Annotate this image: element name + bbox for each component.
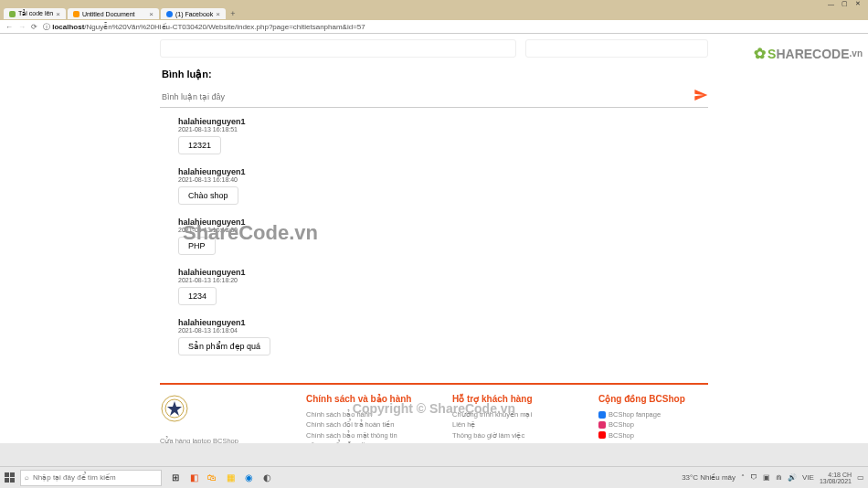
shop-logo: [160, 394, 189, 430]
edge-icon[interactable]: ◉: [242, 472, 255, 484]
comment-input[interactable]: [160, 90, 693, 103]
comment-body: PHP: [178, 237, 216, 255]
comment-list: halahieunguyen12021-08-13 16:18:5112321h…: [160, 117, 708, 355]
footer-link[interactable]: Vận chuyển lắp đặt: [306, 440, 434, 443]
browser-tabs: Tải code lên× Untitled Document× (1) Fac…: [0, 7, 868, 20]
comment-user: halahieunguyen1: [178, 217, 708, 227]
volume-icon[interactable]: 🔊: [788, 473, 797, 482]
comments-section: Bình luận: halahieunguyen12021-08-13 16:…: [160, 63, 708, 374]
youtube-icon: [598, 431, 606, 439]
refresh-button[interactable]: ⟳: [31, 23, 37, 31]
app-icon[interactable]: ◐: [260, 472, 273, 484]
language-indicator[interactable]: VIE: [802, 473, 814, 482]
tab-2[interactable]: Untitled Document×: [68, 8, 159, 19]
app-icon[interactable]: 🛍: [206, 472, 218, 484]
comment-user: halahieunguyen1: [178, 117, 708, 126]
footer-link[interactable]: Chương trình khuyến mại: [452, 409, 580, 419]
taskbar-clock[interactable]: 4:18 CH 13/08/2021: [820, 472, 852, 484]
weather-widget[interactable]: 33°C Nhiều mây: [682, 473, 736, 482]
comment-time: 2021-08-13 16:18:51: [178, 126, 708, 133]
comment-time: 2021-08-13 16:18:20: [178, 277, 708, 283]
wifi-icon[interactable]: ⋒: [776, 473, 782, 482]
svg-rect-5: [10, 478, 15, 483]
tray-icon[interactable]: ▣: [763, 473, 770, 482]
start-button[interactable]: [4, 472, 16, 484]
tab-favicon: [166, 11, 173, 17]
minimize-button[interactable]: —: [828, 1, 834, 7]
page-content: ✿ SHARECODE.vn ShareCode.vn Copyright © …: [0, 34, 868, 443]
comment-time: 2021-08-13 16:18:04: [178, 327, 708, 334]
comment-time: 2021-08-13 16:18:30: [178, 227, 708, 233]
footer-col-support: Hỗ trợ khách hàng Chương trình khuyến mạ…: [452, 394, 580, 443]
product-card-left: [160, 39, 516, 58]
gear-icon: ✿: [754, 45, 766, 62]
comment-item: halahieunguyen12021-08-13 16:18:30PHP: [178, 217, 708, 255]
comment-body: Chào shop: [178, 186, 238, 205]
tab-3[interactable]: (1) Facebook×: [161, 8, 226, 19]
taskbar: ⌕Nhập tại đây để tìm kiếm ⊞ ◧ 🛍 ▦ ◉ ◐ 33…: [0, 466, 868, 488]
back-button[interactable]: ←: [5, 23, 13, 31]
comment-body: Sản phẩm đẹp quá: [178, 337, 270, 355]
address-bar: ← → ⟳ ⓘ localhost/Nguyễn%20Văn%20Hiếu-CT…: [0, 20, 868, 34]
comment-item: halahieunguyen12021-08-13 16:18:40Chào s…: [178, 167, 708, 205]
svg-rect-2: [5, 472, 9, 477]
comment-user: halahieunguyen1: [178, 167, 708, 176]
comment-time: 2021-08-13 16:18:40: [178, 176, 708, 183]
url-field[interactable]: ⓘ localhost/Nguyễn%20Văn%20Hiếu-CT030420…: [43, 22, 863, 32]
comment-item: halahieunguyen12021-08-13 16:18:201234: [178, 268, 708, 305]
footer-col-policy: Chính sách và bảo hành Chính sách bảo hà…: [306, 394, 434, 443]
info-icon: ⓘ: [43, 23, 50, 31]
app-icon[interactable]: ◧: [187, 472, 200, 484]
tab-title: Untitled Document: [82, 11, 135, 17]
tab-1[interactable]: Tải code lên×: [4, 8, 66, 19]
taskbar-apps: ⊞ ◧ 🛍 ▦ ◉ ◐: [169, 472, 273, 484]
maximize-button[interactable]: ▢: [842, 0, 848, 7]
comment-item: halahieunguyen12021-08-13 16:18:5112321: [178, 117, 708, 154]
footer-link[interactable]: Chính sách bảo hành: [306, 409, 434, 419]
send-icon[interactable]: [693, 88, 708, 105]
taskbar-search[interactable]: ⌕Nhập tại đây để tìm kiếm: [20, 470, 162, 486]
footer-link[interactable]: Chính sách bảo mật thông tin: [306, 430, 434, 440]
task-view-icon[interactable]: ⊞: [169, 472, 182, 484]
footer: Cửa hàng laptop BCShop Địa chỉ:118 Minh …: [160, 383, 708, 443]
tray-icon[interactable]: ⛉: [750, 473, 757, 482]
svg-rect-4: [5, 478, 9, 483]
instagram-icon: [598, 421, 606, 429]
comments-title: Bình luận:: [160, 69, 708, 80]
tab-favicon: [9, 11, 16, 17]
tab-title: (1) Facebook: [175, 11, 213, 17]
comment-user: halahieunguyen1: [178, 268, 708, 277]
tab-title: Tải code lên: [18, 10, 53, 17]
sharecode-watermark: ✿ SHARECODE.vn: [754, 45, 863, 62]
app-icon[interactable]: ▦: [224, 472, 237, 484]
window-titlebar: — ▢ ✕: [0, 0, 868, 7]
footer-link[interactable]: Liên hệ: [452, 419, 580, 430]
comment-user: halahieunguyen1: [178, 318, 708, 327]
search-icon: ⌕: [25, 473, 29, 482]
footer-link[interactable]: Thông báo giờ làm việc: [452, 430, 580, 440]
tray-chevron-icon[interactable]: ˄: [741, 473, 745, 482]
comment-item: halahieunguyen12021-08-13 16:18:04Sản ph…: [178, 318, 708, 355]
comment-body: 12321: [178, 136, 221, 154]
close-icon[interactable]: ×: [56, 10, 60, 18]
footer-link[interactable]: BCShop: [598, 430, 726, 440]
footer-col-community: Cộng đồng BCShop BCShop fanpage BCShop B…: [598, 394, 726, 443]
footer-link[interactable]: BCShop fanpage: [598, 409, 726, 419]
notifications-icon[interactable]: ▭: [857, 473, 864, 482]
close-button[interactable]: ✕: [855, 0, 861, 7]
tab-favicon: [73, 11, 79, 17]
product-card-right: [525, 39, 708, 58]
new-tab-button[interactable]: +: [228, 8, 238, 19]
facebook-icon: [598, 411, 606, 419]
close-icon[interactable]: ×: [216, 10, 220, 18]
forward-button[interactable]: →: [18, 23, 26, 31]
svg-rect-3: [10, 472, 15, 477]
footer-link[interactable]: BCShop: [598, 419, 726, 430]
comment-body: 1234: [178, 287, 217, 305]
footer-link[interactable]: Chính sách đổi trả hoàn tiền: [306, 419, 434, 430]
footer-col-info: Cửa hàng laptop BCShop Địa chỉ:118 Minh …: [160, 394, 288, 443]
close-icon[interactable]: ×: [149, 10, 153, 18]
